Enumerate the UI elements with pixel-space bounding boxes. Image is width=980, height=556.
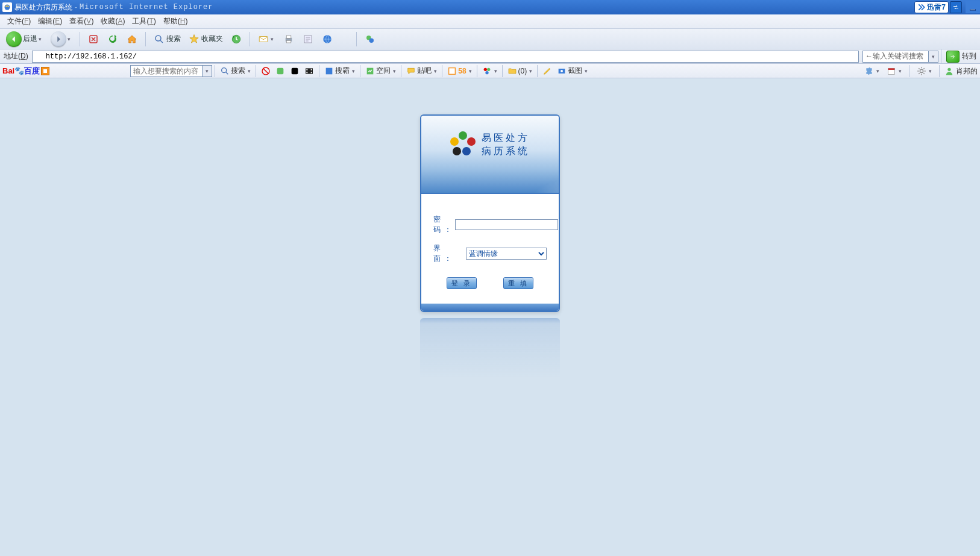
home-button[interactable] bbox=[124, 31, 140, 48]
minimize-button[interactable] bbox=[966, 1, 980, 13]
svg-rect-20 bbox=[307, 72, 308, 73]
stop-button[interactable] bbox=[85, 31, 102, 48]
globe-button[interactable] bbox=[319, 31, 336, 48]
app-title: 易医处方 病历系统 bbox=[482, 131, 530, 158]
svg-rect-19 bbox=[307, 69, 308, 70]
ie-icon bbox=[2, 2, 12, 12]
menu-edit[interactable]: 编辑(E) bbox=[34, 15, 66, 28]
svg-point-2 bbox=[155, 36, 161, 41]
go-button[interactable] bbox=[946, 51, 960, 63]
svg-point-30 bbox=[561, 70, 563, 72]
reset-button[interactable]: 重 填 bbox=[503, 277, 533, 289]
svg-rect-22 bbox=[311, 72, 312, 73]
mail-button[interactable]: ▾ bbox=[255, 31, 278, 48]
keyword-search-input[interactable] bbox=[862, 51, 929, 63]
search-button[interactable]: 搜索 bbox=[151, 31, 183, 48]
messenger-button[interactable] bbox=[362, 31, 378, 48]
baidu-color-icon[interactable]: ▾ bbox=[480, 66, 500, 76]
login-header: 易医处方 病历系统 bbox=[421, 116, 559, 194]
refresh-button[interactable] bbox=[104, 31, 121, 48]
baidu-search-drop[interactable]: ▾ bbox=[203, 65, 212, 77]
menu-file[interactable]: 文件(F) bbox=[4, 15, 34, 28]
svg-point-27 bbox=[487, 67, 490, 70]
baidu-orange-icon bbox=[41, 67, 49, 75]
back-button[interactable]: 后退 ▾ bbox=[4, 31, 46, 48]
menu-view[interactable]: 查看(V) bbox=[66, 15, 97, 28]
theme-select[interactable]: 蓝调情缘 bbox=[466, 248, 547, 260]
baidu-souba[interactable]: 搜霸▾ bbox=[322, 66, 357, 76]
print-button[interactable] bbox=[280, 31, 297, 48]
login-button[interactable]: 登 录 bbox=[447, 277, 477, 289]
address-input[interactable] bbox=[32, 51, 859, 63]
favorites-button[interactable]: 收藏夹 bbox=[186, 31, 225, 48]
baidu-pencil-icon[interactable] bbox=[540, 66, 554, 76]
baidu-space[interactable]: 空间▾ bbox=[363, 66, 398, 76]
svg-point-33 bbox=[920, 69, 923, 72]
svg-rect-25 bbox=[449, 67, 456, 74]
user-icon bbox=[944, 66, 954, 76]
edit-button[interactable] bbox=[300, 31, 316, 48]
svg-rect-7 bbox=[286, 40, 291, 43]
forward-button[interactable]: ▾ bbox=[48, 31, 75, 48]
baidu-puzzle-icon[interactable]: ▾ bbox=[862, 66, 882, 76]
baidu-calendar-icon[interactable]: ▾ bbox=[884, 66, 904, 76]
baidu-tieba[interactable]: 贴吧▾ bbox=[404, 66, 439, 76]
addressbar: 地址(D) ▾ 转到 bbox=[0, 49, 980, 64]
svg-point-11 bbox=[369, 38, 374, 43]
baidu-gear-icon[interactable]: ▾ bbox=[914, 66, 934, 76]
svg-point-0 bbox=[5, 5, 10, 10]
login-reflection bbox=[420, 318, 560, 405]
svg-rect-21 bbox=[311, 69, 312, 70]
svg-point-26 bbox=[483, 67, 486, 70]
theme-label: 界 面： bbox=[433, 243, 466, 264]
baidu-green-icon[interactable] bbox=[273, 66, 287, 76]
window-title: 易医处方病历系统 bbox=[14, 2, 72, 13]
baidu-film-icon[interactable] bbox=[302, 66, 316, 76]
svg-rect-17 bbox=[292, 67, 298, 74]
password-input[interactable] bbox=[455, 219, 558, 230]
login-panel: 易医处方 病历系统 密 码： 界 面： 蓝调情缘 登 录 重 填 bbox=[420, 114, 560, 312]
svg-point-34 bbox=[947, 68, 950, 71]
baidu-jietu[interactable]: 截图▾ bbox=[554, 66, 590, 76]
baidu-search-button[interactable]: 搜索▾ bbox=[218, 66, 253, 76]
xunlei-badge[interactable]: 迅雷7 bbox=[914, 1, 949, 13]
svg-point-14 bbox=[222, 67, 227, 72]
baidu-block-icon[interactable] bbox=[259, 66, 273, 76]
toolbar: 后退 ▾ ▾ 搜索 收藏夹 ▾ bbox=[0, 29, 980, 49]
window-title-suffix: Microsoft Internet Explorer bbox=[80, 3, 213, 11]
baidu-toolbar: Bai🐾百度 ▾ 搜索▾ 搜霸▾ 空间▾ 贴吧▾ 58▾ ▾ (0)▾ 截图▾ … bbox=[0, 64, 980, 78]
password-label: 密 码： bbox=[433, 214, 455, 235]
svg-rect-23 bbox=[326, 67, 333, 74]
menubar: 文件(F) 编辑(E) 查看(V) 收藏(A) 工具(T) 帮助(H) bbox=[0, 14, 980, 29]
baidu-58[interactable]: 58▾ bbox=[445, 66, 474, 76]
baidu-logo[interactable]: Bai🐾百度 bbox=[0, 66, 52, 77]
go-label: 转到 bbox=[962, 51, 976, 61]
baidu-search-input[interactable] bbox=[130, 65, 203, 77]
svg-rect-32 bbox=[888, 68, 895, 70]
keyword-search-drop[interactable]: ▾ bbox=[929, 51, 938, 63]
menu-help[interactable]: 帮助(H) bbox=[160, 15, 192, 28]
svg-rect-6 bbox=[286, 36, 291, 39]
menu-tools[interactable]: 工具(T) bbox=[128, 15, 159, 28]
app-logo-icon bbox=[450, 131, 476, 157]
svg-rect-4 bbox=[259, 36, 268, 42]
titlebar: 易医处方病历系统 - Microsoft Internet Explorer 迅… bbox=[0, 0, 980, 14]
baidu-user[interactable]: 肖邦的 bbox=[944, 66, 978, 77]
baidu-folder[interactable]: (0)▾ bbox=[505, 66, 535, 76]
menu-favorites[interactable]: 收藏(A) bbox=[97, 15, 128, 28]
page-content: 易医处方 病历系统 密 码： 界 面： 蓝调情缘 登 录 重 填 bbox=[0, 78, 980, 556]
svg-point-28 bbox=[485, 71, 488, 74]
svg-rect-16 bbox=[277, 67, 284, 74]
baidu-pink-icon[interactable] bbox=[287, 66, 302, 76]
xunlei-toggle-icon[interactable] bbox=[950, 1, 962, 13]
history-button[interactable] bbox=[228, 31, 245, 48]
